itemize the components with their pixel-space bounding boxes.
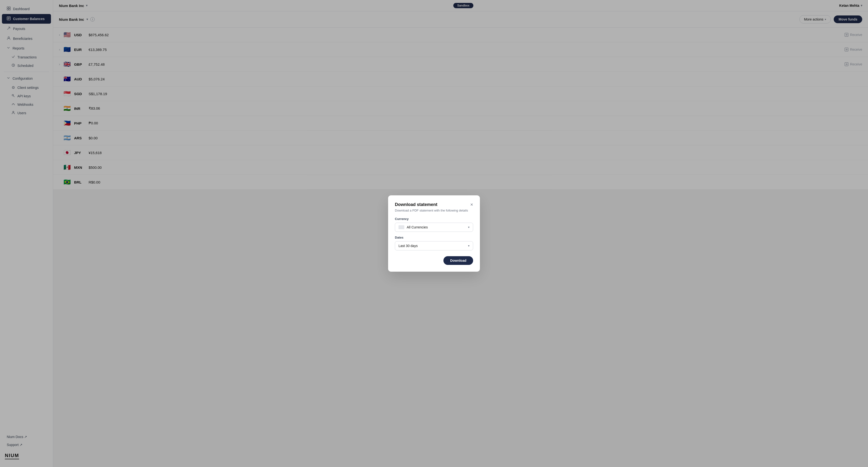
download-button[interactable]: Download [443, 256, 473, 265]
dates-select-value: Last 30 days [399, 244, 468, 248]
modal-header: Download statement × [395, 202, 473, 207]
currency-select-wrapper: All Currencies ▾ [395, 223, 473, 232]
modal-title: Download statement [395, 202, 437, 207]
dates-chevron-icon: ▾ [468, 244, 469, 248]
modal-subtitle: Download a PDF statement with the follow… [395, 209, 473, 212]
download-statement-modal: Download statement × Download a PDF stat… [388, 195, 480, 272]
modal-overlay[interactable]: Download statement × Download a PDF stat… [0, 0, 868, 467]
dates-label: Dates [395, 236, 473, 239]
dates-select-wrapper: Last 30 days ▾ [395, 241, 473, 250]
download-label: Download [450, 259, 466, 262]
currency-select-value: All Currencies [407, 225, 468, 229]
modal-close-button[interactable]: × [470, 202, 473, 207]
currency-chevron-icon: ▾ [468, 225, 469, 229]
currency-select-display[interactable]: All Currencies ▾ [395, 223, 473, 232]
currency-label: Currency [395, 217, 473, 221]
currency-flag-placeholder [399, 225, 404, 229]
dates-form-group: Dates Last 30 days ▾ [395, 236, 473, 250]
currency-form-group: Currency All Currencies ▾ [395, 217, 473, 232]
modal-footer: Download [395, 256, 473, 265]
dates-select-display[interactable]: Last 30 days ▾ [395, 241, 473, 250]
